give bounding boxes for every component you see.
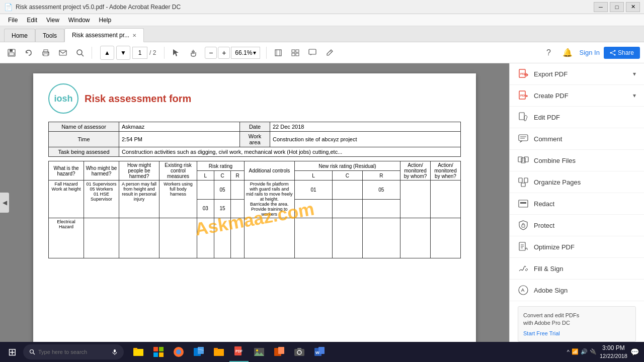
create-pdf-item[interactable]: PDF Create PDF ▾ xyxy=(510,85,644,107)
zoom-in-button[interactable]: + xyxy=(218,47,230,59)
svg-line-20 xyxy=(330,51,332,52)
start-trial-button[interactable]: Start Free Trial xyxy=(523,330,560,336)
app-icon: 📄 xyxy=(4,3,13,11)
taskbar-app-store[interactable] xyxy=(149,342,168,362)
separator-3 xyxy=(266,47,267,59)
taskbar-app-acrobat[interactable]: PDF xyxy=(229,342,249,362)
tab-active-document[interactable]: Risk assessment pr... ✕ xyxy=(64,28,144,42)
pan-tool-button[interactable] xyxy=(186,45,201,60)
svg-rect-65 xyxy=(198,347,204,354)
volume-icon[interactable]: 🔊 xyxy=(581,348,588,355)
cell-risk-r-1b xyxy=(231,199,244,218)
table-row: Electrical Hazard xyxy=(49,218,461,258)
minimize-button[interactable]: ─ xyxy=(594,2,608,12)
organize-pages-item[interactable]: Organize Pages xyxy=(510,171,644,193)
save-button[interactable] xyxy=(4,45,19,60)
tab-tools[interactable]: Tools xyxy=(35,29,64,42)
menu-window[interactable]: Window xyxy=(64,16,94,25)
undo-button[interactable] xyxy=(21,45,36,60)
zoom-out-button[interactable]: − xyxy=(205,47,217,59)
edit-pdf-item[interactable]: Edit PDF xyxy=(510,107,644,128)
svg-rect-58 xyxy=(153,347,158,351)
redact-icon xyxy=(518,198,529,209)
combine-files-icon xyxy=(518,155,529,166)
network-icon[interactable]: 📶 xyxy=(572,348,579,355)
email-button[interactable] xyxy=(55,45,70,60)
date-value: 22 Dec 2018 xyxy=(270,122,461,132)
taskbar-app-powerpoint[interactable] xyxy=(270,342,289,362)
page-number-input[interactable] xyxy=(132,47,147,59)
fit-page-button[interactable] xyxy=(271,45,286,60)
menu-edit[interactable]: Edit xyxy=(23,16,41,25)
print-button[interactable] xyxy=(38,45,53,60)
taskbar-app-folder[interactable] xyxy=(209,342,228,362)
notification-center[interactable]: 💬 xyxy=(630,348,639,356)
prev-page-button[interactable]: ▲ xyxy=(100,46,114,60)
zoom-display[interactable]: 66.1% ▾ xyxy=(231,47,260,59)
taskbar-app-photos[interactable] xyxy=(250,342,269,362)
sign-in-button[interactable]: Sign In xyxy=(579,49,599,56)
pdf-viewer[interactable]: ◀ ▶ Askmaaz.com iosh Risk assessment for… xyxy=(0,63,509,342)
cell-new-l-2 xyxy=(294,218,332,258)
taskbar-app-camera[interactable] xyxy=(290,342,309,362)
adobe-sign-item[interactable]: Adobe Sign xyxy=(510,280,644,301)
cell-existing-2 xyxy=(159,218,197,258)
share-button[interactable]: Share xyxy=(604,47,640,59)
svg-rect-18 xyxy=(309,49,316,54)
combine-files-label: Combine Files xyxy=(534,157,636,164)
cell-new-r-2 xyxy=(362,218,400,258)
taskbar-app-word[interactable]: W xyxy=(310,342,329,362)
optimize-pdf-label: Optimize PDF xyxy=(534,243,636,251)
svg-point-52 xyxy=(30,350,34,353)
hand-icon xyxy=(189,48,198,57)
menu-help[interactable]: Help xyxy=(95,16,116,25)
optimize-pdf-icon xyxy=(518,241,529,252)
task-label: Task being assessed xyxy=(49,147,119,157)
export-pdf-item[interactable]: PDF Export PDF ▾ xyxy=(510,63,644,85)
tab-close-button[interactable]: ✕ xyxy=(132,33,136,38)
cell-new-r-1: 05 xyxy=(362,180,400,200)
search-button[interactable] xyxy=(72,45,88,60)
redact-item[interactable]: Redact xyxy=(510,193,644,215)
taskbar-search-input[interactable] xyxy=(38,349,109,355)
taskbar-app-outlook[interactable] xyxy=(189,342,208,362)
svg-rect-80 xyxy=(318,347,325,354)
view-options-button[interactable] xyxy=(288,45,303,60)
taskbar-app-firefox[interactable] xyxy=(169,342,188,362)
maximize-button[interactable]: □ xyxy=(610,2,624,12)
menu-view[interactable]: View xyxy=(42,16,63,25)
new-l: L xyxy=(294,171,332,180)
menu-file[interactable]: File xyxy=(4,16,22,25)
taskbar-clock[interactable]: 3:00 PM 12/22/2018 xyxy=(600,344,627,359)
fill-sign-item[interactable]: Fill & Sign xyxy=(510,258,644,280)
next-page-button[interactable]: ▼ xyxy=(116,46,130,60)
select-tool-button[interactable] xyxy=(169,45,184,60)
close-button[interactable]: ✕ xyxy=(626,2,640,12)
pencil-button[interactable] xyxy=(322,45,337,60)
microphone-icon xyxy=(112,349,118,355)
search-bar[interactable] xyxy=(23,344,124,359)
tray-arrow[interactable]: ^ xyxy=(567,349,570,355)
svg-point-63 xyxy=(176,349,181,354)
combine-files-item[interactable]: Combine Files xyxy=(510,150,644,171)
left-collapse-arrow[interactable]: ◀ xyxy=(0,193,9,213)
start-button[interactable]: ⊞ xyxy=(2,342,22,362)
cell-new-c-2 xyxy=(333,218,362,258)
col-additional: Additional controls xyxy=(244,161,294,180)
optimize-pdf-item[interactable]: Optimize PDF xyxy=(510,236,644,258)
zoom-dropdown-icon: ▾ xyxy=(253,49,256,56)
comment-label: Comment xyxy=(534,135,636,143)
tab-home[interactable]: Home xyxy=(4,29,35,42)
protect-item[interactable]: Protect xyxy=(510,215,644,236)
notifications-button[interactable]: 🔔 xyxy=(560,45,575,60)
col-action-who: Action/ monitored by whom? xyxy=(400,161,431,180)
print-icon xyxy=(41,48,50,57)
camera-icon xyxy=(293,346,305,358)
comment-item[interactable]: Comment xyxy=(510,128,644,150)
taskbar-app-explorer[interactable] xyxy=(129,342,148,362)
annotation-button[interactable] xyxy=(305,45,320,60)
adobe-sign-label: Adobe Sign xyxy=(534,287,636,294)
right-panel: PDF Export PDF ▾ PDF Create PDF ▾ xyxy=(509,63,644,342)
help-button[interactable]: ? xyxy=(541,45,556,60)
photos-icon xyxy=(253,346,265,358)
